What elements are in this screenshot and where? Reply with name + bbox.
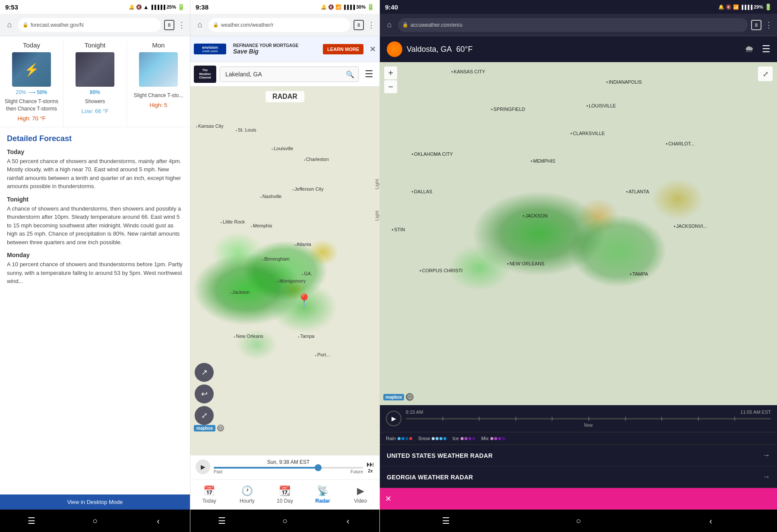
panel3-browser-chrome: ⌂ 🔒 accuweather.com/en/u 8 ⋮ — [380, 14, 777, 36]
panel1-bottom-nav: ☰ ○ ‹ — [0, 510, 190, 532]
forecast-precip-today: 20% ⟶ 50% — [2, 89, 61, 95]
forecast-temp-tonight: Low: 66 °F — [65, 108, 125, 114]
panel1-nav-home[interactable]: ○ — [85, 516, 104, 526]
panel3-url-bar[interactable]: 🔒 accuweather.com/en/u — [398, 18, 748, 32]
panel2-time: 9:38 — [196, 3, 208, 11]
panel1-more-menu[interactable]: ⋮ — [178, 20, 186, 30]
tick-6 — [625, 417, 626, 421]
panel1-url: forecast.weather.gov/N — [31, 22, 84, 28]
rain-dot-3 — [405, 437, 408, 440]
panel1-nav-back[interactable]: ‹ — [149, 516, 168, 526]
twc-nav-today[interactable]: 📅 Today — [190, 480, 228, 510]
panel3-time: 9:40 — [385, 3, 398, 11]
ad-close-icon[interactable]: ✕ — [367, 44, 376, 54]
timeline-play-btn[interactable]: ▶ — [196, 460, 210, 474]
panel1-nav-menu[interactable]: ☰ — [22, 516, 41, 526]
panel1-url-bar[interactable]: 🔒 forecast.weather.gov/N — [18, 18, 161, 32]
map-expand-btn[interactable]: ⤢ — [195, 406, 214, 425]
panel1-scroll-content: Today ⚡ 20% ⟶ 50% Slight Chance T-storms… — [0, 36, 190, 494]
accu-zoom-out-btn[interactable]: − — [384, 80, 397, 93]
mix-dot-1 — [490, 437, 493, 440]
envision-subtitle: credit union — [202, 50, 218, 53]
twc-nav-video[interactable]: ▶ Video — [341, 480, 379, 510]
accu-timeline-times: 8:15 AM 11:05 AM EST — [406, 409, 771, 415]
twc-search-bar: TheWeatherChannel 🔍 ☰ — [190, 62, 379, 87]
twc-nav-radar[interactable]: 📡 Radar — [304, 480, 342, 510]
legend-mix-label: Mix — [481, 436, 489, 441]
accu-location: Valdosta, GA 60°F — [407, 45, 740, 54]
accu-city-louisville: LOUISVILLE — [586, 103, 616, 108]
accu-play-button[interactable]: ▶ — [386, 411, 401, 426]
panel3-nav-home[interactable]: ○ — [569, 516, 588, 526]
accuweather-radar-map[interactable]: INDIANAPOLIS LOUISVILLE SPRINGFIELD CLAR… — [380, 62, 777, 405]
accu-city-stin: STIN — [392, 227, 405, 232]
panel2-battery-pct: 30% — [356, 4, 366, 9]
twc-nav-radar-label: Radar — [316, 498, 330, 504]
panel3-tab-count[interactable]: 8 — [751, 20, 761, 30]
panel2-signal-icon: ▐▐▐▐ — [343, 5, 355, 9]
panel2-tab-count[interactable]: 8 — [354, 20, 364, 30]
timeline-track[interactable] — [214, 467, 363, 469]
panel2-nav-menu[interactable]: ☰ — [212, 516, 231, 526]
panel1-tab-count[interactable]: 8 — [164, 20, 174, 30]
panel3-home-icon[interactable]: ⌂ — [384, 20, 395, 29]
mix-dot-2 — [494, 437, 497, 440]
map-location-btn[interactable]: ↗ — [195, 363, 214, 382]
panel2-browser-chrome: ⌂ 🔒 weather.com/weather/r 8 ⋮ — [190, 14, 379, 36]
accu-mapbox-info[interactable]: ⓘ — [406, 393, 414, 401]
accu-ad-banner: ✕ — [380, 488, 777, 510]
twc-ad-banner: envision credit union REFINANCE YOUR MOR… — [190, 36, 379, 62]
map-city-montgomery: Montgomery — [277, 278, 306, 283]
mix-dot-4 — [502, 437, 505, 440]
accu-now-label: Now — [406, 423, 771, 428]
mapbox-info-icon[interactable]: ⓘ — [217, 425, 224, 431]
forecast-day-tonight: Tonight 80% Showers Low: 66 °F — [63, 41, 126, 127]
panel2-nav-home[interactable]: ○ — [275, 516, 294, 526]
ad-cta-button[interactable]: LEARN MORE — [323, 44, 363, 54]
accu-header-menu[interactable]: ☰ — [762, 44, 770, 55]
map-city-charleston: Charleston — [304, 157, 329, 162]
timeline-thumb[interactable] — [315, 464, 322, 471]
panel3-lock-icon: 🔒 — [402, 22, 408, 28]
map-share-btn[interactable]: ↩ — [195, 384, 214, 403]
ff-speed-label: 2x — [368, 469, 373, 473]
accu-link-us-radar[interactable]: UNITED STATES WEATHER RADAR → — [380, 445, 777, 466]
fast-forward-btn[interactable]: ⏭ 2x — [366, 460, 374, 473]
ad-subheadline: Save Big — [233, 48, 316, 55]
accu-zoom-controls: + − — [384, 66, 397, 93]
accu-city-kansascity: KANSAS CITY — [452, 69, 485, 74]
accu-expand-map-btn[interactable]: ⤢ — [758, 66, 773, 81]
forecast-img-mon — [139, 52, 178, 87]
mapbox-logo: mapbox — [194, 425, 215, 431]
accu-link-ga-radar[interactable]: GEORGIA WEATHER RADAR → — [380, 466, 777, 488]
panel3-nav-back[interactable]: ‹ — [701, 516, 720, 526]
twc-menu-icon[interactable]: ☰ — [362, 67, 376, 82]
panel2-home-icon[interactable]: ⌂ — [195, 20, 205, 29]
twc-search-input[interactable] — [220, 66, 359, 82]
panel2-more-menu[interactable]: ⋮ — [367, 20, 375, 30]
twc-search-icon[interactable]: 🔍 — [346, 70, 354, 79]
mapbox-attribution: mapbox ⓘ — [194, 425, 224, 431]
accu-ad-close-icon[interactable]: ✕ — [385, 494, 392, 504]
panel3-nav-menu[interactable]: ☰ — [436, 516, 455, 526]
view-desktop-banner[interactable]: View in Desktop Mode — [0, 494, 190, 510]
twc-nav-10day[interactable]: 📆 10 Day — [266, 480, 304, 510]
twc-bottom-nav: 📅 Today 🕐 Hourly 📆 10 Day 📡 Radar ▶ — [190, 479, 379, 510]
forecast-desc-tonight: Showers — [65, 98, 125, 105]
map-city-nashville: Nashville — [260, 194, 281, 199]
panel1-home-icon[interactable]: ⌂ — [4, 20, 15, 29]
twc-nav-hourly[interactable]: 🕐 Hourly — [228, 480, 266, 510]
panel3-more-menu[interactable]: ⋮ — [765, 20, 773, 30]
panel2-nav-back[interactable]: ‹ — [338, 516, 357, 526]
legend-ice-dots — [461, 437, 475, 440]
panel1-browser-chrome: ⌂ 🔒 forecast.weather.gov/N 8 ⋮ — [0, 14, 190, 36]
forecast-desc-mon: Slight Chance T-sto... — [129, 92, 188, 99]
accu-zoom-in-btn[interactable]: + — [384, 66, 397, 79]
detail-period-tonight: Tonight — [7, 196, 183, 203]
panel2-bottom-nav: ☰ ○ ‹ — [190, 510, 379, 532]
accu-timeline-track[interactable] — [406, 418, 771, 419]
panel3-url: accuweather.com/en/u — [411, 22, 462, 28]
panel2-url-bar[interactable]: 🔒 weather.com/weather/r — [208, 18, 350, 32]
legend-ice-label: Ice — [452, 436, 459, 441]
twc-radar-map[interactable]: RADAR Kansas City St. Louis Louisville C… — [190, 87, 379, 455]
